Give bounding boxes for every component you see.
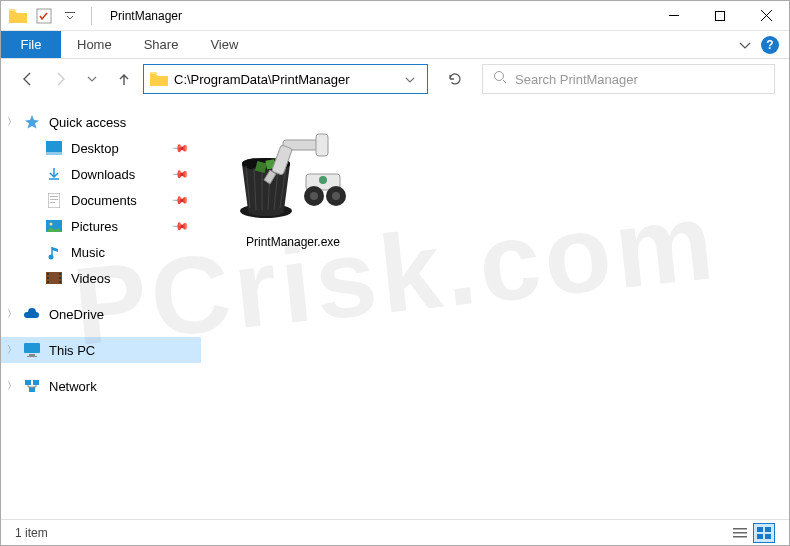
chevron-icon[interactable]: 〉 (7, 343, 17, 357)
pin-icon: 📌 (170, 138, 189, 157)
nav-label: Documents (71, 193, 137, 208)
documents-icon (45, 191, 63, 209)
desktop-icon (45, 139, 63, 157)
window-controls (651, 1, 789, 31)
svg-rect-19 (59, 277, 61, 279)
nav-onedrive[interactable]: 〉 OneDrive (1, 301, 201, 327)
nav-label: Quick access (49, 115, 126, 130)
pin-icon: 📌 (170, 190, 189, 209)
svg-rect-17 (47, 281, 49, 283)
svg-rect-5 (46, 141, 62, 152)
window-title: PrintManager (110, 9, 182, 23)
nav-music[interactable]: Music (1, 239, 201, 265)
quick-access-toolbar: PrintManager (1, 7, 182, 25)
content-pane[interactable]: PrintManager.exe (201, 99, 789, 519)
search-box[interactable] (482, 64, 775, 94)
svg-rect-10 (50, 202, 55, 203)
svg-rect-44 (757, 534, 763, 539)
svg-rect-7 (48, 193, 60, 208)
svg-rect-8 (50, 196, 58, 197)
svg-point-13 (49, 254, 54, 259)
search-input[interactable] (515, 72, 764, 87)
svg-rect-1 (65, 12, 75, 13)
nav-label: Music (71, 245, 105, 260)
titlebar: PrintManager (1, 1, 789, 31)
svg-rect-9 (50, 199, 58, 200)
folder-icon (150, 72, 168, 86)
svg-rect-6 (46, 152, 62, 155)
svg-rect-16 (47, 277, 49, 279)
address-dropdown-icon[interactable] (399, 70, 421, 88)
minimize-button[interactable] (651, 1, 697, 31)
forward-button[interactable] (47, 66, 73, 92)
svg-rect-2 (669, 15, 679, 16)
svg-rect-39 (733, 528, 747, 530)
file-thumbnail (223, 111, 363, 231)
quick-access-icon (23, 113, 41, 131)
nav-network[interactable]: 〉 Network (1, 373, 201, 399)
search-icon (493, 70, 507, 88)
file-tab[interactable]: File (1, 31, 61, 58)
svg-rect-22 (29, 354, 35, 356)
address-path: C:\ProgramData\PrintManager (174, 72, 393, 87)
svg-point-38 (319, 176, 327, 184)
nav-this-pc[interactable]: 〉 This PC (1, 337, 201, 363)
close-button[interactable] (743, 1, 789, 31)
svg-point-4 (495, 72, 504, 81)
properties-icon[interactable] (35, 7, 53, 25)
svg-rect-40 (733, 532, 747, 534)
svg-rect-25 (33, 380, 39, 385)
address-bar[interactable]: C:\ProgramData\PrintManager (143, 64, 428, 94)
this-pc-icon (23, 341, 41, 359)
svg-point-37 (332, 192, 340, 200)
ribbon-collapse-icon[interactable] (739, 36, 751, 54)
statusbar: 1 item (1, 519, 789, 545)
nav-desktop[interactable]: Desktop 📌 (1, 135, 201, 161)
svg-rect-42 (757, 527, 763, 532)
downloads-icon (45, 165, 63, 183)
nav-label: Videos (71, 271, 111, 286)
nav-videos[interactable]: Videos (1, 265, 201, 291)
nav-documents[interactable]: Documents 📌 (1, 187, 201, 213)
navigation-pane[interactable]: 〉 Quick access Desktop 📌 Downloads 📌 Doc… (1, 99, 201, 519)
recent-locations-icon[interactable] (79, 66, 105, 92)
svg-rect-41 (733, 536, 747, 538)
nav-pictures[interactable]: Pictures 📌 (1, 213, 201, 239)
videos-icon (45, 269, 63, 287)
nav-label: OneDrive (49, 307, 104, 322)
chevron-icon[interactable]: 〉 (7, 115, 17, 129)
nav-label: This PC (49, 343, 95, 358)
separator (91, 7, 92, 25)
nav-quick-access[interactable]: 〉 Quick access (1, 109, 201, 135)
folder-icon (9, 7, 27, 25)
svg-rect-3 (716, 11, 725, 20)
item-count: 1 item (15, 526, 48, 540)
onedrive-icon (23, 305, 41, 323)
help-icon[interactable]: ? (761, 36, 779, 54)
svg-rect-24 (25, 380, 31, 385)
qat-dropdown-icon[interactable] (61, 7, 79, 25)
chevron-icon[interactable]: 〉 (7, 307, 17, 321)
pin-icon: 📌 (170, 216, 189, 235)
tab-share[interactable]: Share (128, 31, 195, 58)
nav-label: Desktop (71, 141, 119, 156)
pin-icon: 📌 (170, 164, 189, 183)
thumbnails-view-button[interactable] (753, 523, 775, 543)
up-button[interactable] (111, 66, 137, 92)
file-name: PrintManager.exe (213, 235, 373, 249)
details-view-button[interactable] (729, 523, 751, 543)
nav-label: Downloads (71, 167, 135, 182)
tab-view[interactable]: View (194, 31, 254, 58)
nav-label: Network (49, 379, 97, 394)
chevron-icon[interactable]: 〉 (7, 379, 17, 393)
maximize-button[interactable] (697, 1, 743, 31)
nav-downloads[interactable]: Downloads 📌 (1, 161, 201, 187)
music-icon (45, 243, 63, 261)
address-row: C:\ProgramData\PrintManager (1, 59, 789, 99)
refresh-button[interactable] (440, 64, 470, 94)
svg-rect-18 (59, 273, 61, 275)
tab-home[interactable]: Home (61, 31, 128, 58)
back-button[interactable] (15, 66, 41, 92)
file-item[interactable]: PrintManager.exe (213, 111, 373, 249)
svg-point-12 (50, 223, 53, 226)
